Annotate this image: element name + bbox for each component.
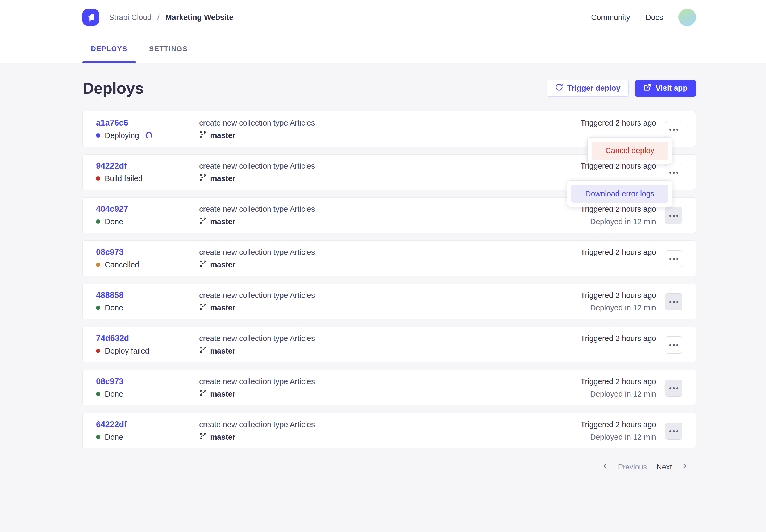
git-branch-icon bbox=[199, 174, 206, 183]
strapi-logo-icon[interactable] bbox=[82, 9, 99, 26]
more-actions-menu: Download error logs bbox=[567, 181, 672, 207]
deploy-id-link[interactable]: 08c973 bbox=[96, 248, 123, 257]
external-link-icon bbox=[643, 83, 651, 93]
deploy-id-link[interactable]: a1a76c6 bbox=[96, 118, 128, 127]
nav-community-link[interactable]: Community bbox=[591, 13, 630, 22]
git-branch-icon bbox=[199, 303, 206, 312]
branch: master bbox=[199, 303, 568, 312]
branch-name: master bbox=[210, 346, 235, 355]
branch-name: master bbox=[210, 131, 235, 140]
more-actions-menu: Cancel deploy bbox=[588, 138, 672, 164]
trigger-deploy-button[interactable]: Trigger deploy bbox=[547, 80, 629, 97]
branch: master bbox=[199, 389, 568, 398]
next-label: Next bbox=[656, 463, 672, 471]
visit-app-button[interactable]: Visit app bbox=[635, 80, 696, 97]
cancel-deploy-menu-item[interactable]: Cancel deploy bbox=[592, 142, 668, 160]
tab-deploys[interactable]: DEPLOYS bbox=[82, 35, 136, 63]
deployed-duration: Deployed in 12 min bbox=[590, 217, 656, 226]
more-actions-button[interactable] bbox=[665, 336, 682, 354]
deploy-id-link[interactable]: 404c927 bbox=[96, 205, 128, 214]
deployed-duration: Deployed in 12 min bbox=[590, 389, 656, 398]
branch: master bbox=[199, 131, 568, 140]
deployed-duration: Deployed in 12 min bbox=[590, 303, 656, 312]
status-dot-icon bbox=[96, 306, 100, 310]
deployed-duration: Deployed in 12 min bbox=[590, 433, 656, 442]
branch-name: master bbox=[210, 433, 235, 442]
top-bar: Strapi Cloud / Marketing Website Communi… bbox=[0, 0, 766, 35]
tab-settings[interactable]: SETTINGS bbox=[141, 35, 196, 63]
deploy-id-link[interactable]: 94222df bbox=[96, 161, 127, 171]
status-dot-icon bbox=[96, 392, 100, 396]
status-dot-icon bbox=[96, 176, 100, 181]
head-actions: Trigger deploy Visit app bbox=[547, 80, 696, 97]
page-head: Deploys Trigger deploy Visit app bbox=[82, 79, 696, 97]
status-label: Deploy failed bbox=[105, 346, 149, 355]
branch-name: master bbox=[210, 174, 235, 183]
more-actions-button[interactable] bbox=[665, 164, 682, 181]
branch: master bbox=[199, 174, 568, 183]
deploy-row: 08c973 Cancelled create new collection t… bbox=[82, 240, 696, 276]
status-label: Done bbox=[105, 389, 123, 398]
deploy-row: 64222df Done create new collection type … bbox=[82, 413, 696, 448]
ellipsis-icon bbox=[669, 215, 671, 217]
deploy-status: Deploying bbox=[96, 131, 199, 140]
deploy-status: Build failed bbox=[96, 174, 199, 183]
status-dot-icon bbox=[96, 219, 100, 224]
more-actions-button[interactable] bbox=[665, 293, 682, 310]
branch-name: master bbox=[210, 389, 235, 398]
triggered-time: Triggered 2 hours ago bbox=[581, 377, 656, 386]
chevron-right-icon bbox=[681, 462, 688, 472]
deploy-status: Done bbox=[96, 389, 199, 398]
tabs-bar: DEPLOYS SETTINGS bbox=[0, 35, 766, 63]
branch: master bbox=[199, 260, 568, 269]
commit-message: create new collection type Articles bbox=[199, 420, 568, 429]
status-label: Build failed bbox=[105, 174, 143, 183]
deploy-row: 488858 Done create new collection type A… bbox=[82, 284, 696, 319]
deploy-row: 08c973 Done create new collection type A… bbox=[82, 370, 696, 405]
previous-page-button[interactable]: Previous bbox=[601, 462, 647, 472]
deploy-id-link[interactable]: 488858 bbox=[96, 291, 123, 300]
main-content: Deploys Trigger deploy Visit app bbox=[0, 79, 766, 472]
status-label: Done bbox=[105, 433, 123, 442]
download-error-logs-menu-item[interactable]: Download error logs bbox=[571, 185, 668, 203]
previous-label: Previous bbox=[618, 463, 647, 471]
user-avatar[interactable] bbox=[678, 9, 696, 26]
deploy-id-link[interactable]: 64222df bbox=[96, 420, 127, 429]
ellipsis-icon bbox=[669, 129, 671, 131]
more-actions-button[interactable] bbox=[665, 250, 682, 267]
pagination: Previous Next bbox=[82, 462, 696, 472]
ellipsis-icon bbox=[669, 301, 671, 303]
git-branch-icon bbox=[199, 217, 206, 226]
commit-message: create new collection type Articles bbox=[199, 377, 568, 386]
more-actions-button[interactable] bbox=[665, 380, 682, 397]
deploy-status: Deploy failed bbox=[96, 346, 199, 355]
triggered-time: Triggered 2 hours ago bbox=[581, 118, 656, 127]
git-branch-icon bbox=[199, 131, 206, 140]
more-actions-button[interactable] bbox=[665, 423, 682, 440]
ellipsis-icon bbox=[669, 172, 671, 174]
deploy-id-link[interactable]: 08c973 bbox=[96, 377, 123, 386]
trigger-deploy-label: Trigger deploy bbox=[567, 84, 621, 93]
branch-name: master bbox=[210, 303, 235, 312]
commit-message: create new collection type Articles bbox=[199, 118, 568, 127]
deploy-id-link[interactable]: 74d632d bbox=[96, 334, 129, 343]
breadcrumb-current: Marketing Website bbox=[165, 13, 234, 22]
branch-name: master bbox=[210, 260, 235, 269]
top-nav: Community Docs bbox=[591, 9, 696, 26]
next-page-button[interactable]: Next bbox=[656, 462, 688, 472]
status-label: Done bbox=[105, 303, 123, 312]
ellipsis-icon bbox=[669, 387, 671, 389]
visit-app-label: Visit app bbox=[656, 84, 688, 93]
git-branch-icon bbox=[199, 389, 206, 398]
ellipsis-icon bbox=[669, 258, 671, 260]
deploy-status: Cancelled bbox=[96, 260, 199, 269]
git-branch-icon bbox=[199, 346, 206, 355]
more-actions-button[interactable] bbox=[665, 207, 682, 224]
branch-name: master bbox=[210, 217, 235, 226]
status-dot-icon bbox=[96, 263, 100, 267]
nav-docs-link[interactable]: Docs bbox=[646, 13, 663, 22]
chevron-left-icon bbox=[601, 462, 609, 472]
deploy-status: Done bbox=[96, 433, 199, 442]
breadcrumb-root[interactable]: Strapi Cloud bbox=[109, 13, 152, 22]
more-actions-button[interactable] bbox=[665, 121, 682, 138]
